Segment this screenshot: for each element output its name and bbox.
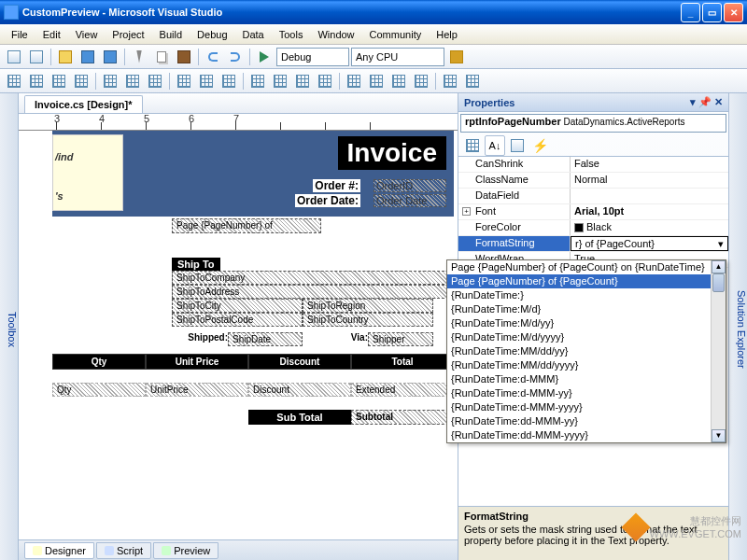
property-row-canshrink[interactable]: CanShrinkFalse <box>458 157 728 173</box>
dropdown-item[interactable]: Page {PageNumber} of {PageCount} on {Run… <box>447 260 726 274</box>
tab-designer[interactable]: Designer <box>24 542 94 559</box>
group-footer-band[interactable]: Sub Total Subtotal <box>52 410 454 425</box>
save-all-button[interactable] <box>100 47 120 67</box>
dropdown-item[interactable]: {RunDateTime:M/d} <box>447 302 726 316</box>
detail-discount[interactable]: Discount <box>248 383 351 397</box>
property-row-font[interactable]: +FontArial, 10pt <box>458 204 728 220</box>
logo-label[interactable]: /ind's <box>52 134 123 211</box>
dropdown-item[interactable]: {RunDateTime:dd-MMM-yyyy} <box>447 428 726 442</box>
menu-window[interactable]: Window <box>310 26 361 43</box>
config-combo[interactable]: Debug <box>276 48 349 66</box>
date-field[interactable]: Order Date <box>374 194 446 207</box>
align-grid-button[interactable] <box>4 71 24 91</box>
paste-button[interactable] <box>174 47 194 67</box>
add-item-button[interactable] <box>26 47 47 67</box>
menu-view[interactable]: View <box>68 26 106 43</box>
hspace-inc-button[interactable] <box>270 71 290 91</box>
tab-preview[interactable]: Preview <box>153 542 218 559</box>
subtotal-field[interactable]: Subtotal <box>351 410 454 425</box>
page-number-field[interactable]: Page {PageNumber} of <box>172 218 321 233</box>
dropdown-item[interactable]: {RunDateTime:} <box>447 288 726 302</box>
invoice-title[interactable]: Invoice <box>338 136 446 170</box>
menu-tools[interactable]: Tools <box>272 26 311 43</box>
alphabetical-button[interactable]: A↓ <box>485 135 505 156</box>
dropdown-item[interactable]: {RunDateTime:MM/dd/yy} <box>447 344 726 358</box>
size-height-button[interactable] <box>196 71 217 91</box>
dropdown-item[interactable]: {RunDateTime:M/d/yyyy} <box>447 330 726 344</box>
dropdown-item[interactable]: {RunDateTime:d-MMM-yyyy} <box>447 400 726 414</box>
vspace-equal-button[interactable] <box>344 71 364 91</box>
doc-tab-invoice[interactable]: Invoice.cs [Design]* <box>24 95 143 113</box>
menu-help[interactable]: Help <box>429 26 465 43</box>
via-field[interactable]: Shipper <box>368 332 433 346</box>
solution-explorer-tab[interactable]: Solution Explorer <box>728 93 747 560</box>
shipto-header[interactable]: Ship To <box>172 258 220 271</box>
detail-extended[interactable]: Extended <box>351 383 454 397</box>
find-button[interactable] <box>446 47 467 67</box>
hspace-equal-button[interactable] <box>247 71 268 91</box>
order-label[interactable]: Order #: <box>313 179 360 192</box>
scroll-up-icon[interactable]: ▲ <box>712 260 726 273</box>
via-label[interactable]: Via: <box>321 332 368 346</box>
menu-project[interactable]: Project <box>105 26 151 43</box>
cut-button[interactable] <box>129 47 149 67</box>
date-label[interactable]: Order Date: <box>295 194 360 207</box>
detail-price[interactable]: UnitPrice <box>146 383 248 397</box>
field-shipregion[interactable]: ShipToRegion <box>303 299 433 313</box>
group-header-band[interactable]: Ship To ShipToCompany ShipToAddress Ship… <box>52 258 454 370</box>
shipped-field[interactable]: ShipDate <box>228 332 303 346</box>
formatstring-dropdown[interactable]: Page {PageNumber} of {PageCount} on {Run… <box>446 259 726 443</box>
categorized-button[interactable] <box>462 135 483 156</box>
field-shipcountry[interactable]: ShipToCountry <box>303 313 433 327</box>
subtotal-label[interactable]: Sub Total <box>248 410 351 425</box>
align-right-button[interactable] <box>71 71 92 91</box>
align-left-button[interactable] <box>26 71 47 91</box>
page-header-band[interactable]: /ind's Invoice Order #: OrderID Order Da… <box>52 131 454 217</box>
field-shipaddress[interactable]: ShipToAddress <box>172 285 454 299</box>
minimize-button[interactable]: _ <box>681 3 700 22</box>
menu-edit[interactable]: Edit <box>35 26 68 43</box>
dropdown-item[interactable]: {RunDateTime:d-MMM-yy} <box>447 386 726 400</box>
field-shippostal[interactable]: ShipToPostalCode <box>172 313 303 327</box>
field-shipcity[interactable]: ShipToCity <box>172 299 303 313</box>
vspace-dec-button[interactable] <box>388 71 409 91</box>
dropdown-item[interactable]: {RunDateTime:dd-MMM-yy} <box>447 414 726 428</box>
shipped-label[interactable]: Shipped: <box>172 332 228 346</box>
order-field[interactable]: OrderID <box>374 179 446 192</box>
object-selector[interactable]: rptInfoPageNumber DataDynamics.ActiveRep… <box>460 114 726 133</box>
dropdown-scrollbar[interactable]: ▲ ▼ <box>711 260 726 442</box>
toolbox-tab[interactable]: Toolbox <box>0 93 19 560</box>
menu-build[interactable]: Build <box>152 26 190 43</box>
undo-button[interactable] <box>203 47 223 67</box>
dropdown-item[interactable]: {RunDateTime:MM/dd/yyyy} <box>447 358 726 372</box>
design-surface[interactable]: /ind's Invoice Order #: OrderID Order Da… <box>19 131 458 539</box>
scroll-down-icon[interactable]: ▼ <box>712 429 726 442</box>
property-row-datafield[interactable]: DataField <box>458 189 728 204</box>
properties-button[interactable] <box>507 135 528 156</box>
tab-script[interactable]: Script <box>96 542 151 559</box>
dropdown-item[interactable]: {RunDateTime:d-MMM} <box>447 372 726 386</box>
vspace-remove-button[interactable] <box>411 71 431 91</box>
detail-band[interactable]: Qty UnitPrice Discount Extended <box>52 383 454 397</box>
dropdown-item[interactable]: {RunDateTime:M/d/yy} <box>447 316 726 330</box>
property-row-forecolor[interactable]: ForeColorBlack <box>458 220 728 236</box>
bring-front-button[interactable] <box>440 71 460 91</box>
menu-debug[interactable]: Debug <box>190 26 234 43</box>
property-row-classname[interactable]: ClassNameNormal <box>458 173 728 189</box>
vspace-inc-button[interactable] <box>366 71 387 91</box>
platform-combo[interactable]: Any CPU <box>351 48 444 66</box>
align-top-button[interactable] <box>100 71 120 91</box>
size-both-button[interactable] <box>218 71 239 91</box>
menu-community[interactable]: Community <box>362 26 430 43</box>
open-button[interactable] <box>55 47 76 67</box>
copy-button[interactable] <box>151 47 172 67</box>
size-width-button[interactable] <box>174 71 194 91</box>
redo-button[interactable] <box>225 47 246 67</box>
start-debug-button[interactable] <box>254 47 275 67</box>
align-center-button[interactable] <box>49 71 69 91</box>
hspace-dec-button[interactable] <box>292 71 313 91</box>
property-row-formatstring[interactable]: FormatStringr} of {PageCount} ▾ <box>458 236 728 252</box>
align-middle-button[interactable] <box>122 71 143 91</box>
align-bottom-button[interactable] <box>145 71 165 91</box>
detail-qty[interactable]: Qty <box>52 383 146 397</box>
